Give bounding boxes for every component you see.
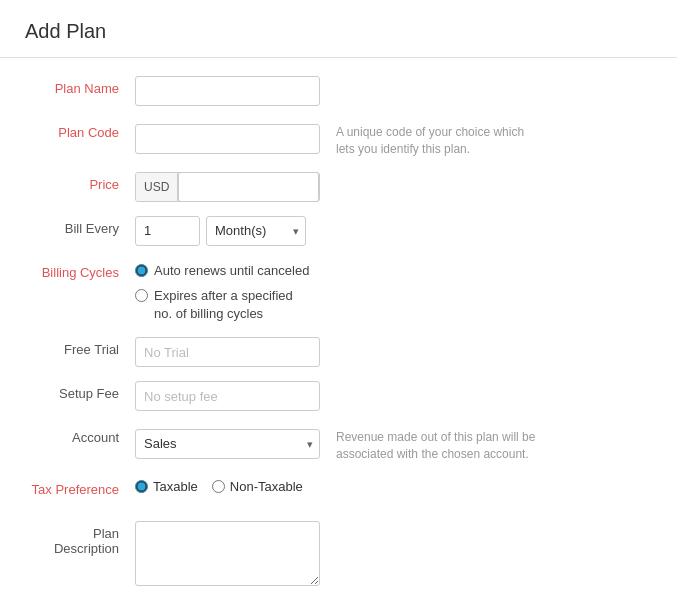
price-input-wrapper: USD	[135, 172, 320, 202]
billing-cycle-expires-row: Expires after a specifiedno. of billing …	[135, 287, 309, 323]
price-control: USD	[135, 172, 652, 202]
plan-name-input[interactable]	[135, 76, 320, 106]
account-control: Sales Revenue Other Revenue made out of …	[135, 425, 652, 463]
plan-description-textarea[interactable]	[135, 521, 320, 586]
page-container: Add Plan Plan Name Plan Code A unique co…	[0, 0, 677, 600]
tax-preference-label: Tax Preference	[25, 477, 135, 497]
setup-fee-input[interactable]	[135, 381, 320, 411]
bill-every-control: Day(s) Week(s) Month(s) Year(s)	[135, 216, 652, 246]
non-taxable-option: Non-Taxable	[212, 479, 303, 494]
plan-code-helper: A unique code of your choice which lets …	[336, 120, 536, 158]
account-helper: Revenue made out of this plan will be as…	[336, 425, 536, 463]
price-label: Price	[25, 172, 135, 192]
account-select-wrapper: Sales Revenue Other	[135, 429, 320, 459]
free-trial-label: Free Trial	[25, 337, 135, 357]
free-trial-row: Free Trial	[25, 337, 652, 367]
taxable-option: Taxable	[135, 479, 198, 494]
page-title: Add Plan	[0, 0, 677, 58]
plan-code-row: Plan Code A unique code of your choice w…	[25, 120, 652, 158]
plan-description-control	[135, 521, 652, 586]
tax-preference-control: Taxable Non-Taxable	[135, 477, 652, 494]
taxable-radio[interactable]	[135, 480, 148, 493]
bill-every-number-input[interactable]	[135, 216, 200, 246]
bill-every-wrapper: Day(s) Week(s) Month(s) Year(s)	[135, 216, 306, 246]
price-input[interactable]	[178, 172, 319, 202]
setup-fee-label: Setup Fee	[25, 381, 135, 401]
billing-cycle-auto-radio[interactable]	[135, 264, 148, 277]
billing-cycle-expires-label: Expires after a specifiedno. of billing …	[154, 287, 293, 323]
plan-description-row: Plan Description	[25, 521, 652, 586]
bill-every-row: Bill Every Day(s) Week(s) Month(s) Year(…	[25, 216, 652, 246]
billing-cycles-control: Auto renews until canceled Expires after…	[135, 260, 652, 324]
account-select[interactable]: Sales Revenue Other	[135, 429, 320, 459]
non-taxable-label: Non-Taxable	[230, 479, 303, 494]
plan-name-control	[135, 76, 652, 106]
tax-preference-row: Tax Preference Taxable Non-Taxable	[25, 477, 652, 507]
setup-fee-row: Setup Fee	[25, 381, 652, 411]
billing-cycle-expires-radio[interactable]	[135, 289, 148, 302]
taxable-label: Taxable	[153, 479, 198, 494]
add-plan-form: Plan Name Plan Code A unique code of you…	[0, 58, 677, 600]
billing-cycle-auto-label: Auto renews until canceled	[154, 262, 309, 280]
taxable-options: Taxable Non-Taxable	[135, 477, 303, 494]
plan-code-input[interactable]	[135, 124, 320, 154]
plan-description-label: Plan Description	[25, 521, 135, 556]
price-row: Price USD	[25, 172, 652, 202]
plan-code-label: Plan Code	[25, 120, 135, 140]
currency-label: USD	[136, 173, 178, 201]
billing-cycles-group: Auto renews until canceled Expires after…	[135, 260, 309, 324]
billing-cycles-label: Billing Cycles	[25, 260, 135, 280]
bill-every-period-select[interactable]: Day(s) Week(s) Month(s) Year(s)	[206, 216, 306, 246]
plan-code-control: A unique code of your choice which lets …	[135, 120, 652, 158]
setup-fee-control	[135, 381, 652, 411]
non-taxable-radio[interactable]	[212, 480, 225, 493]
billing-cycles-row: Billing Cycles Auto renews until cancele…	[25, 260, 652, 324]
bill-every-period-wrapper: Day(s) Week(s) Month(s) Year(s)	[206, 216, 306, 246]
free-trial-input[interactable]	[135, 337, 320, 367]
bill-every-label: Bill Every	[25, 216, 135, 236]
account-row: Account Sales Revenue Other Revenue made…	[25, 425, 652, 463]
account-label: Account	[25, 425, 135, 445]
billing-cycle-auto-row: Auto renews until canceled	[135, 262, 309, 280]
plan-name-row: Plan Name	[25, 76, 652, 106]
plan-name-label: Plan Name	[25, 76, 135, 96]
free-trial-control	[135, 337, 652, 367]
